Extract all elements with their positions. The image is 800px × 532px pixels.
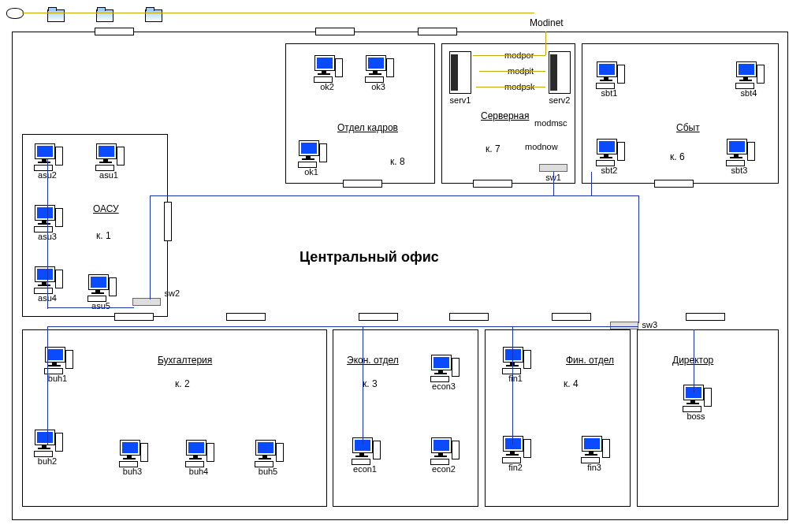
server-label: serv1 <box>450 95 471 105</box>
door-icon <box>359 313 398 321</box>
server-icon: serv1 <box>449 51 471 94</box>
pc-label: fin2 <box>508 463 523 472</box>
main-title: Центральный офис <box>300 249 439 266</box>
pc-icon: fin1 <box>500 347 531 378</box>
door-icon <box>449 313 489 321</box>
door-icon <box>226 313 266 321</box>
server-icon: serv2 <box>549 51 571 94</box>
server-label: serv2 <box>549 95 571 105</box>
room-title-fin: Фин. отдел <box>566 355 614 366</box>
diagram-stage: Modinet Центральный офис Отдел кадров к.… <box>0 0 800 532</box>
room-number-hr: к. 8 <box>390 156 405 167</box>
switch-icon: sw3 <box>610 322 638 329</box>
pc-icon: econ1 <box>349 437 381 469</box>
switch-icon: sw2 <box>132 298 161 306</box>
pc-icon: sbt3 <box>724 139 755 170</box>
switch-label: sw2 <box>164 288 180 298</box>
pc-label: asu5 <box>91 301 110 311</box>
pc-label: sbt1 <box>601 88 618 98</box>
pc-label: buh3 <box>123 467 142 476</box>
door-icon <box>686 313 725 321</box>
pc-label: econ3 <box>432 381 456 391</box>
door-icon <box>343 180 382 188</box>
pc-icon: sbt2 <box>593 139 625 170</box>
modinet-label: Modinet <box>530 17 564 28</box>
pc-label: sbt4 <box>741 88 757 98</box>
room-number-oasu: к. 1 <box>96 230 111 241</box>
pc-icon: econ3 <box>428 355 460 386</box>
room-title-hr: Отдел кадров <box>337 122 398 133</box>
door-icon <box>164 202 172 241</box>
pc-label: fin1 <box>508 374 523 383</box>
modem-label: modnow <box>525 142 558 151</box>
room-number-sbyt: к. 6 <box>670 151 685 162</box>
folder-icon <box>96 9 113 22</box>
pc-icon: ok1 <box>296 140 327 172</box>
door-icon <box>654 180 694 188</box>
room-number-econ: к. 3 <box>363 378 378 389</box>
door-icon <box>473 180 512 188</box>
pc-label: buh1 <box>48 374 67 383</box>
room-title-server: Серверная <box>481 110 529 121</box>
room-number-buh: к. 2 <box>175 378 190 389</box>
pc-icon: sbt1 <box>593 61 625 93</box>
pc-icon: sbt4 <box>733 61 765 93</box>
door-icon <box>552 313 591 321</box>
pc-label: fin3 <box>587 463 601 472</box>
pc-label: sbt3 <box>731 166 748 175</box>
pc-label: buh4 <box>189 467 208 476</box>
switch-label: sw3 <box>642 320 657 329</box>
door-icon <box>114 313 154 321</box>
modem-label: modmsc <box>534 118 567 128</box>
pc-icon: econ2 <box>428 437 460 469</box>
door-icon <box>95 28 134 35</box>
room-title-buh: Бухгалтерия <box>158 355 212 366</box>
pc-label: econ2 <box>432 464 456 474</box>
cloud-icon <box>6 8 24 19</box>
pc-icon: asu1 <box>93 143 125 175</box>
switch-icon: sw1 <box>539 164 567 172</box>
room-title-oasu: ОАСУ <box>93 203 119 214</box>
pc-icon: ok2 <box>311 55 343 87</box>
pc-label: asu1 <box>99 170 118 180</box>
pc-icon: buh5 <box>252 440 284 471</box>
pc-icon: fin3 <box>579 436 610 467</box>
pc-icon: fin2 <box>500 436 531 467</box>
pc-icon: buh4 <box>183 440 214 471</box>
pc-label: sbt2 <box>601 166 618 175</box>
pc-label: ok1 <box>304 167 318 177</box>
room-title-econ: Экон. отдел <box>347 355 399 366</box>
pc-icon: buh1 <box>42 347 73 378</box>
room-title-sbyt: Сбыт <box>676 122 700 133</box>
pc-label: buh5 <box>259 467 277 476</box>
door-icon <box>315 28 355 35</box>
folder-icon <box>145 9 162 22</box>
pc-label: ok3 <box>371 82 385 91</box>
pc-label: boss <box>687 411 705 421</box>
pc-label: buh2 <box>38 456 57 466</box>
folder-icon <box>47 9 65 22</box>
pc-icon: ok3 <box>363 55 394 87</box>
pc-icon: buh3 <box>117 440 148 471</box>
door-icon <box>418 28 457 35</box>
pc-label: econ1 <box>353 464 377 474</box>
pc-label: ok2 <box>320 82 334 91</box>
room-number-fin: к. 4 <box>564 378 579 389</box>
room-number-server: к. 7 <box>486 143 500 154</box>
pc-icon: asu5 <box>85 274 117 306</box>
pc-icon: boss <box>680 385 712 416</box>
